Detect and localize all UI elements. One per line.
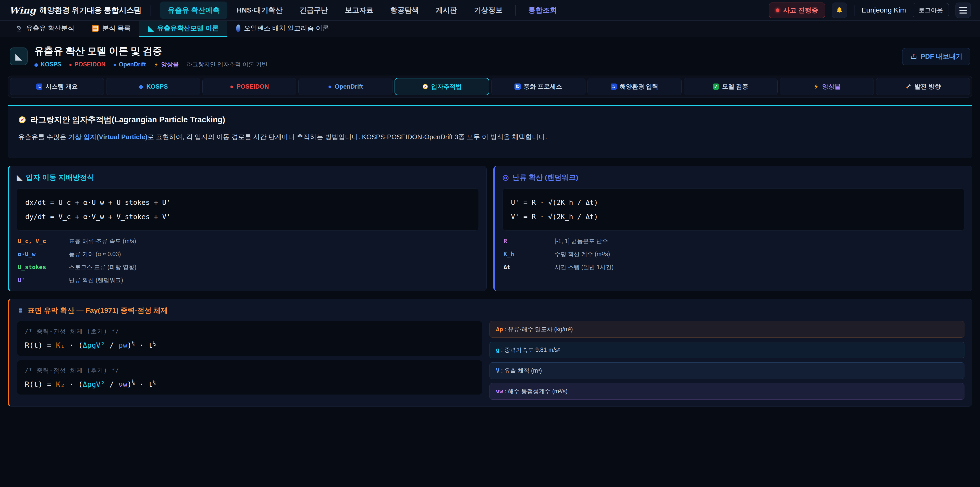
bolt-icon	[813, 83, 819, 89]
fay-spreading-card: 표면 유막 확산 — Fay(1971) 중력-점성 체제 /* 중력-관성 체…	[8, 299, 972, 407]
main-nav-item-7[interactable]: 통합조회	[520, 2, 565, 19]
section-nav-1[interactable]: ◆KOSPS	[106, 78, 200, 95]
legend-desc: 난류 확산 (랜덤워크)	[69, 276, 478, 284]
intro-paragraph: 유출유를 수많은 가상 입자(Virtual Particle)로 표현하여, …	[18, 132, 962, 142]
triangle-ruler-icon: ◣	[15, 52, 22, 61]
menu-button[interactable]	[956, 3, 971, 18]
section-nav-label: 앙상블	[822, 83, 841, 91]
divider	[854, 5, 854, 16]
section-nav-label: 입자추적법	[431, 83, 462, 91]
section-nav-label: 발전 방향	[915, 83, 941, 91]
section-nav-6[interactable]: ≈해양환경 입력	[587, 78, 682, 95]
topbar-right: 사고 진행중 Eunjeong Kim 로그아웃	[769, 3, 971, 18]
bolt-icon	[154, 62, 159, 67]
turbulence-code-block: U' = R · √(2K_h / Δt) V' = R · √(2K_h / …	[503, 188, 964, 231]
section-nav-3[interactable]: ●OpenDrift	[298, 78, 393, 95]
model-badge-POSEIDON: ●POSEIDON	[69, 61, 106, 68]
hamburger-icon	[959, 7, 967, 14]
turbulence-card: ◎ 난류 확산 (랜덤워크) U' = R · √(2K_h / Δt) V' …	[493, 166, 972, 291]
page-title: 유출유 확산 모델 이론 및 검증	[34, 45, 268, 57]
compass-icon	[18, 116, 26, 124]
section-nav-label: KOSPS	[146, 83, 168, 90]
tab-label: 분석 목록	[102, 24, 130, 33]
fay-param-2: V : 유출 체적 (m³)	[490, 362, 964, 379]
section-nav-5[interactable]: ↻풍화 프로세스	[491, 78, 585, 95]
section-nav-8[interactable]: 앙상블	[780, 78, 874, 95]
cycle-icon: ↻	[514, 83, 520, 89]
rocket-icon	[905, 83, 912, 89]
tab-3[interactable]: 오일펜스 배치 알고리즘 이론	[228, 21, 338, 37]
notifications-button[interactable]	[832, 3, 847, 18]
main-nav-item-2[interactable]: 긴급구난	[292, 2, 336, 19]
equation-legend: U_c, V_c표층 해류·조류 속도 (m/s)α·U_w풍류 기여 (α ≈…	[17, 237, 479, 284]
fay-content: /* 중력-관성 체제 (초기) */R(t) = K₁ · (ΔρgV² / …	[17, 321, 964, 400]
circle-icon: ●	[328, 83, 332, 89]
status-dot-icon	[776, 8, 780, 12]
incident-status-badge: 사고 진행중	[769, 3, 825, 18]
section-nav-label: 시스템 개요	[45, 83, 78, 91]
export-icon	[910, 53, 917, 60]
wave-icon: ≈	[611, 83, 617, 89]
section-nav-0[interactable]: ≈시스템 개요	[10, 78, 104, 95]
wave-icon: ≈	[36, 83, 42, 89]
microscope-icon	[15, 25, 22, 32]
legend-symbol: α·U_w	[18, 251, 69, 257]
particle-equation-card: ◣ 입자 이동 지배방정식 dx/dt = U_c + α·U_w + U_st…	[8, 166, 487, 291]
main-nav-item-0[interactable]: 유출유 확산예측	[160, 2, 228, 19]
main-nav-item-6[interactable]: 기상정보	[466, 2, 510, 19]
fay-code-blocks: /* 중력-관성 체제 (초기) */R(t) = K₁ · (ΔρgV² / …	[17, 321, 482, 395]
fay-code-block-1: /* 중력-점성 체제 (후기) */R(t) = K₂ · (ΔρgV² / …	[17, 360, 482, 395]
virtual-particle-highlight: 가상 입자(Virtual Particle)	[68, 133, 147, 141]
legend-desc: 스토크스 표류 (파랑 영향)	[69, 263, 478, 271]
tab-0[interactable]: 유출유 확산분석	[6, 21, 83, 37]
intro-heading: 라그랑지안 입자추적법(Lagrangian Particle Tracking…	[18, 114, 962, 125]
logout-button[interactable]: 로그아웃	[913, 3, 949, 18]
legend-symbol: U'	[18, 277, 69, 283]
page-header-text: 유출유 확산 모델 이론 및 검증 ◆KOSPS●POSEIDON●OpenDr…	[34, 45, 268, 69]
legend-symbol: K_h	[504, 251, 555, 257]
system-title: 해양환경 위기대응 통합시스템	[40, 5, 142, 16]
section-nav-label: 해양환경 입력	[620, 83, 659, 91]
top-bar: Wing 해양환경 위기대응 통합시스템 유출유 확산예측HNS·대기확산긴급구…	[0, 0, 980, 21]
main-nav-item-4[interactable]: 항공탐색	[383, 2, 426, 19]
check-icon: ✓	[713, 83, 719, 89]
triangle-ruler-icon: ◣	[148, 25, 154, 32]
section-nav-label: 모델 검증	[722, 83, 748, 91]
main-nav-item-5[interactable]: 게시판	[428, 2, 465, 19]
legend-desc: 표층 해류·조류 속도 (m/s)	[69, 237, 478, 245]
model-badge-KOSPS: ◆KOSPS	[34, 61, 61, 68]
fay-formula: R(t) = K₂ · (ΔρgV² / νw)⅙ · t¼	[25, 379, 474, 389]
fay-formula: R(t) = K₁ · (ΔρgV² / ρw)¼ · t½	[25, 340, 474, 350]
section-nav-label: OpenDrift	[335, 83, 363, 90]
section-nav-9[interactable]: 발전 방향	[876, 78, 970, 95]
legend-desc: 수평 확산 계수 (m²/s)	[555, 250, 963, 258]
tab-1[interactable]: ▤분석 목록	[83, 21, 139, 37]
main-nav-item-3[interactable]: 보고자료	[337, 2, 381, 19]
card-title: ◣ 입자 이동 지배방정식	[17, 172, 479, 182]
tab-label: 유출유확산모델 이론	[157, 24, 219, 33]
divider	[515, 5, 515, 16]
legend-symbol: Δt	[504, 264, 555, 270]
section-nav-7[interactable]: ✓모델 검증	[684, 78, 778, 95]
pdf-export-button[interactable]: PDF 내보내기	[902, 48, 970, 65]
tab-label: 오일펜스 배치 알고리즘 이론	[244, 24, 329, 33]
main-nav-item-1[interactable]: HNS·대기확산	[229, 2, 290, 19]
page-header: ◣ 유출유 확산 모델 이론 및 검증 ◆KOSPS●POSEIDON●Open…	[0, 37, 980, 73]
app-logo: Wing 해양환경 위기대응 통합시스템	[9, 5, 142, 16]
card-title: 표면 유막 확산 — Fay(1971) 중력-점성 체제	[17, 306, 964, 315]
fay-comment: /* 중력-점성 체제 (후기) */	[25, 366, 474, 375]
sub-tab-bar: 유출유 확산분석▤분석 목록◣유출유확산모델 이론오일펜스 배치 알고리즘 이론	[0, 21, 980, 37]
section-nav-4[interactable]: 입자추적법	[395, 78, 489, 95]
legend-desc: 풍류 기여 (α ≈ 0.03)	[69, 250, 478, 258]
oil-fence-icon	[236, 24, 240, 32]
circle-icon: ●	[230, 83, 234, 89]
fay-code-block-0: /* 중력-관성 체제 (초기) */R(t) = K₁ · (ΔρgV² / …	[17, 321, 482, 356]
legend-symbol: R	[504, 238, 555, 244]
section-nav-label: 풍화 프로세스	[524, 83, 562, 91]
fay-param-1: g : 중력가속도 9.81 m/s²	[490, 342, 964, 358]
section-nav-2[interactable]: ●POSEIDON	[202, 78, 297, 95]
circle-icon: ●	[69, 62, 72, 67]
tab-2[interactable]: ◣유출유확산모델 이론	[139, 21, 228, 37]
model-badge-앙상블: 앙상블	[154, 61, 179, 69]
model-badges: ◆KOSPS●POSEIDON●OpenDrift앙상블라그랑지안 입자추적 이…	[34, 61, 268, 69]
